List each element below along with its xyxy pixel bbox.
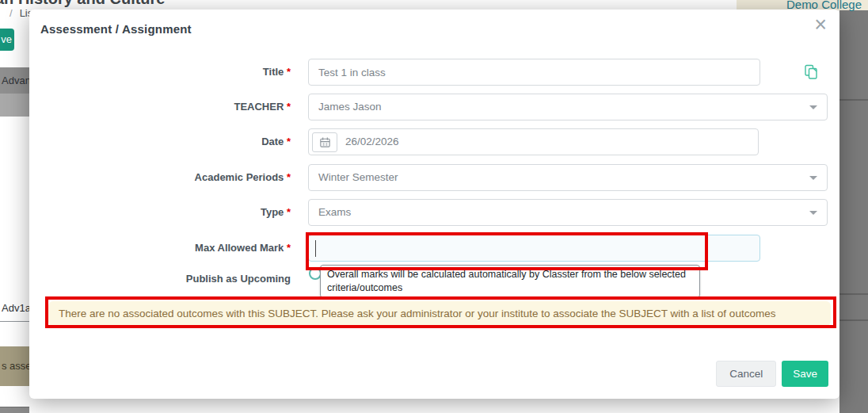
type-selected-value: Exams [318,206,351,218]
max-allowed-mark-field [308,235,760,262]
background-row-label: Adv1a [2,302,31,314]
required-marker: * [287,206,291,218]
divider [839,293,868,295]
academic-periods-field: Winter Semester [308,164,828,191]
date-value: 26/02/2026 [345,129,758,155]
breadcrumb-slash: / [10,7,13,19]
assessment-modal: Assessment / Assignment × Title * TE [29,10,839,399]
required-marker: * [287,171,291,183]
teacher-label-text: TEACHER [234,101,284,113]
close-icon[interactable]: × [814,14,827,36]
max-allowed-mark-input[interactable] [308,235,760,262]
right-background [839,0,868,413]
title-row: Title * [29,59,839,86]
cancel-button[interactable]: Cancel [716,361,776,387]
type-row: Type * Exams [29,199,839,226]
copy-icon[interactable] [804,64,818,83]
required-marker: * [287,66,291,78]
date-field: 26/02/2026 [308,128,759,155]
date-label: Date * [29,128,291,155]
title-input[interactable] [308,59,760,86]
teacher-label: TEACHER * [29,94,291,120]
type-label-text: Type [261,206,284,218]
max-allowed-mark-label: Max Allowed Mark * [29,235,291,262]
max-allowed-mark-row: Max Allowed Mark * [29,235,839,262]
chevron-down-icon [809,176,817,180]
date-label-text: Date [261,136,284,147]
divider [839,319,868,321]
modal-title: Assessment / Assignment [40,22,192,36]
max-allowed-mark-label-text: Max Allowed Mark [195,242,284,254]
academic-periods-row: Academic Periods * Winter Semester [29,164,839,191]
background-save-button[interactable]: ve [0,29,14,51]
teacher-field: James Jason [308,94,828,120]
publish-as-upcoming-label: Publish as Upcoming [29,266,291,293]
academic-periods-label-text: Academic Periods [195,171,284,183]
title-label-text: Title [263,66,284,78]
type-label: Type * [29,199,291,226]
required-marker: * [287,101,291,113]
date-input[interactable]: 26/02/2026 [308,128,759,155]
warning-message: There are no associated outcomes with th… [48,301,831,326]
academic-periods-label: Academic Periods * [29,164,291,191]
divider [0,321,29,322]
type-select[interactable]: Exams [308,199,828,226]
calendar-icon[interactable] [312,132,337,152]
academic-periods-select[interactable]: Winter Semester [308,164,828,191]
required-marker: * [287,242,291,254]
teacher-select[interactable]: James Jason [308,94,828,120]
required-marker: * [287,136,291,147]
tooltip: Overall marks will be calculated automat… [320,265,700,298]
title-field [308,59,760,86]
teacher-row: TEACHER * James Jason [29,94,839,120]
bottom-strip [0,407,29,413]
text-cursor [315,240,316,257]
teacher-selected-value: James Jason [318,101,382,113]
highlighted-row: s asses [0,346,29,386]
title-label: Title * [29,59,291,86]
chevron-down-icon [809,211,817,215]
chevron-down-icon [809,105,817,109]
modal-footer: Cancel Save [716,361,828,387]
academic-periods-selected-value: Winter Semester [318,171,398,183]
save-button[interactable]: Save [782,361,828,387]
divider [839,99,868,101]
publish-as-upcoming-label-text: Publish as Upcoming [186,273,291,285]
page: an History and Culture /List ve Advanc A… [0,0,868,413]
date-row: Date * 26/02/2026 [29,128,839,155]
type-field: Exams [308,199,828,226]
